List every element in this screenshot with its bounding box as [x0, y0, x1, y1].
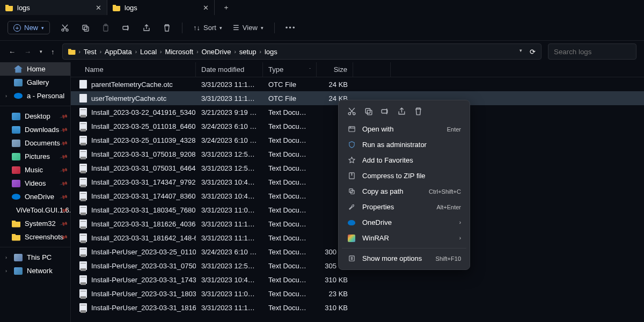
shield-icon — [347, 141, 356, 149]
ctx-properties[interactable]: Properties Alt+Enter — [342, 199, 466, 215]
add-tab-button[interactable]: ＋ — [215, 3, 238, 12]
delete-icon[interactable] — [414, 107, 423, 116]
sidebar-label: Network — [27, 267, 53, 275]
file-icon — [79, 303, 87, 312]
breadcrumb-item[interactable]: Test — [84, 48, 97, 56]
chevron-right-icon[interactable]: › — [5, 268, 10, 274]
share-icon[interactable] — [397, 107, 406, 116]
zip-icon — [347, 172, 356, 180]
svg-rect-2 — [83, 25, 87, 30]
column-label: Name — [85, 65, 104, 74]
file-row[interactable]: Install-PerUser_2023-03-31_174349_656-..… — [71, 273, 644, 287]
ctx-shortcut: Alt+Enter — [436, 204, 461, 210]
cut-icon[interactable] — [61, 24, 69, 32]
file-row[interactable]: Install-PerUser_2023-03-31_181628_7996..… — [71, 301, 644, 314]
ctx-compress-zip[interactable]: Compress to ZIP file — [342, 168, 466, 184]
tab-logs-1[interactable]: logs ✕ — [0, 0, 107, 15]
sidebar-item-downloads[interactable]: Downloads📌 — [0, 123, 70, 136]
column-name[interactable]: Name — [71, 62, 196, 77]
sidebar-item-documents[interactable]: Documents📌 — [0, 136, 70, 150]
ctx-show-more[interactable]: Show more options Shift+F10 — [342, 251, 466, 266]
paste-icon[interactable] — [101, 24, 110, 32]
ctx-open-with[interactable]: Open with Enter — [342, 121, 466, 137]
file-row[interactable]: parentTelemetryCache.otc 3/31/2023 11:16… — [71, 77, 644, 91]
sort-button[interactable]: ↑↓ Sort ▾ — [193, 24, 222, 32]
chevron-right-icon[interactable]: › — [5, 255, 10, 260]
toolbar: + New ▾ ↑↓ Sort ▾ ☰ View ▾ ••• — [0, 15, 644, 41]
cut-icon[interactable] — [347, 107, 356, 116]
breadcrumb-item[interactable]: setup — [239, 48, 257, 56]
sidebar-item-gallery[interactable]: Gallery — [0, 76, 70, 89]
close-icon[interactable]: ✕ — [96, 4, 101, 12]
file-name: Install_2023-03-25_011039_4328-9032 — [91, 136, 196, 144]
address-bar[interactable]: › Test › AppData › Local › Microsoft › O… — [62, 43, 542, 60]
main-content: Home Gallery › a - Personal Desktop📌Down… — [0, 62, 644, 322]
file-type: Text Document — [263, 121, 317, 131]
view-button[interactable]: ☰ View ▾ — [233, 24, 264, 32]
file-name: Install_2023-03-25_011018_6460-1008 — [91, 122, 196, 130]
ctx-winrar[interactable]: WinRAR › — [342, 230, 466, 246]
chevron-right-icon[interactable]: › — [5, 93, 10, 99]
column-size[interactable]: Size — [317, 62, 353, 77]
sidebar-item-system32[interactable]: System32📌 — [0, 217, 70, 230]
ctx-shortcut: Ctrl+Shift+C — [429, 188, 461, 195]
column-date[interactable]: Date modified — [196, 62, 263, 77]
ctx-copy-path[interactable]: Copy as path Ctrl+Shift+C — [342, 184, 466, 199]
search-input[interactable] — [548, 43, 636, 60]
more-icon[interactable]: ••• — [286, 24, 296, 32]
column-label: Date modified — [201, 65, 244, 74]
copy-icon[interactable] — [364, 107, 373, 116]
new-button[interactable]: + New ▾ — [8, 21, 50, 34]
column-header: Name Date modified Typeˆ Size — [71, 62, 644, 77]
file-type: Text Document — [263, 289, 317, 299]
home-icon — [14, 65, 23, 73]
sidebar-label: Pictures — [25, 152, 50, 160]
sidebar-item-onedrive[interactable]: OneDrive📌 — [0, 190, 70, 203]
sidebar-label: System32 — [25, 219, 56, 228]
copy-icon[interactable] — [81, 24, 90, 32]
breadcrumb-item[interactable]: logs — [265, 48, 277, 56]
rename-icon[interactable] — [122, 24, 130, 32]
up-button[interactable]: ↑ — [50, 47, 56, 57]
file-icon — [79, 178, 87, 186]
refresh-icon[interactable]: ⟳ — [530, 48, 536, 56]
file-date: 3/24/2023 6:10 PM — [196, 121, 263, 131]
back-button[interactable]: ← — [8, 47, 17, 57]
ctx-add-favorites[interactable]: Add to Favorites — [342, 152, 466, 168]
sidebar-item-network[interactable]: › Network — [0, 264, 70, 277]
file-icon — [79, 219, 87, 228]
recent-button[interactable]: ▾ — [39, 48, 43, 55]
file-row[interactable]: Install-PerUser_2023-03-31_180352_1128..… — [71, 287, 644, 301]
breadcrumb-item[interactable]: OneDrive — [201, 48, 231, 56]
rename-icon[interactable] — [380, 107, 390, 116]
column-type[interactable]: Typeˆ — [263, 62, 317, 77]
open-with-icon — [347, 125, 356, 133]
sidebar-item-music[interactable]: Music📌 — [0, 163, 70, 177]
breadcrumb-item[interactable]: Local — [140, 48, 157, 56]
sidebar-item-videos[interactable]: Videos📌 — [0, 177, 70, 190]
sidebar-item-thispc[interactable]: › This PC — [0, 251, 70, 264]
forward-button[interactable]: → — [23, 47, 32, 57]
sidebar-item-desktop[interactable]: Desktop📌 — [0, 109, 70, 123]
share-icon[interactable] — [142, 24, 151, 32]
sidebar-label: Music — [25, 166, 43, 174]
delete-icon[interactable] — [163, 24, 171, 32]
sidebar-item-screenshots[interactable]: Screenshots📌 — [0, 230, 70, 244]
sidebar-item-pictures[interactable]: Pictures📌 — [0, 150, 70, 163]
ctx-label: Add to Favorites — [362, 156, 461, 164]
svg-point-0 — [62, 29, 64, 31]
cloud-icon — [12, 194, 20, 200]
file-type: Text Document — [263, 163, 317, 173]
breadcrumb-item[interactable]: Microsoft — [165, 48, 193, 56]
pin-icon: 📌 — [60, 166, 68, 174]
close-icon[interactable]: ✕ — [203, 4, 209, 12]
breadcrumb-item[interactable]: AppData — [105, 48, 132, 56]
chevron-down-icon[interactable]: ▾ — [519, 48, 522, 56]
ctx-run-admin[interactable]: Run as administrator — [342, 137, 466, 152]
ctx-onedrive[interactable]: OneDrive › — [342, 215, 466, 230]
sidebar-item-personal[interactable]: › a - Personal — [0, 89, 70, 103]
tab-logs-2[interactable]: logs ✕ — [107, 0, 215, 15]
sidebar-item-vivetool-gui-1-6-2-0[interactable]: ViVeTool.GUI.1.6.2.0📌 — [0, 203, 70, 217]
sidebar-item-home[interactable]: Home — [0, 62, 70, 76]
sidebar-label: Videos — [25, 179, 46, 187]
